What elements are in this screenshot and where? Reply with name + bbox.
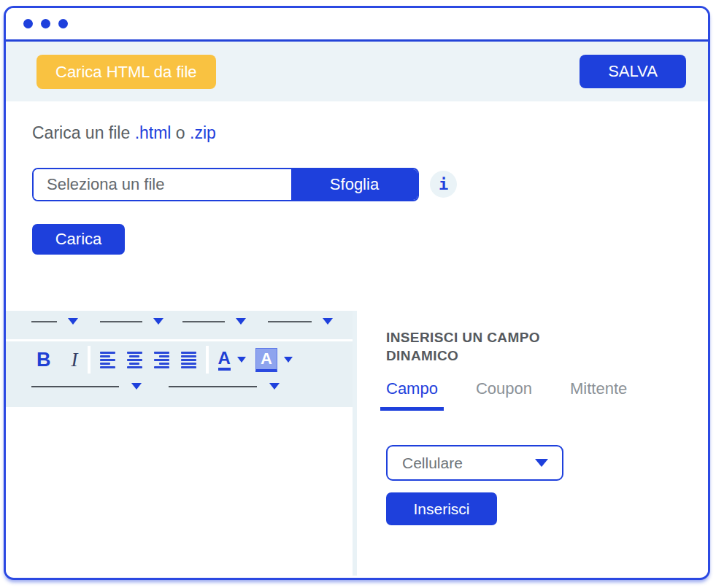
upload-title-prefix: Carica un file — [32, 123, 135, 142]
placeholder-line — [182, 321, 225, 322]
placeholder-line — [268, 321, 312, 322]
placeholder-line — [31, 386, 119, 387]
toolbar-separator — [206, 346, 209, 374]
file-input[interactable] — [34, 169, 291, 200]
toolbar-divider — [6, 339, 353, 341]
alignment-buttons — [100, 352, 196, 368]
info-icon[interactable]: i — [430, 171, 457, 198]
chevron-down-icon — [236, 318, 246, 325]
chevron-down-icon — [269, 383, 280, 390]
placeholder-line — [169, 386, 257, 387]
tab-mittente[interactable]: Mittente — [564, 379, 633, 411]
window-dot-icon[interactable] — [41, 19, 50, 28]
upload-button[interactable]: Carica — [32, 224, 125, 255]
toolbar-dropdown-placeholder[interactable] — [169, 383, 280, 390]
zip-extension-text: .zip — [190, 123, 216, 142]
window-titlebar — [6, 8, 708, 42]
highlight-color-icon: A — [255, 348, 277, 372]
align-justify-icon[interactable] — [181, 352, 196, 368]
file-picker: Sfoglia — [32, 168, 419, 201]
chevron-down-icon — [284, 357, 293, 363]
align-left-icon[interactable] — [100, 352, 115, 368]
tab-coupon[interactable]: Coupon — [470, 379, 538, 411]
save-button[interactable]: SALVA — [580, 55, 686, 88]
highlight-color-button[interactable]: A — [255, 348, 293, 372]
toolbar-row-formatting: B I — [36, 346, 293, 374]
toolbar-separator — [88, 346, 91, 374]
browse-button[interactable]: Sfoglia — [291, 169, 417, 200]
html-extension-text: .html — [135, 123, 172, 142]
placeholder-line — [31, 321, 57, 322]
field-select-value: Cellulare — [402, 454, 463, 472]
editor-toolbar: B I — [6, 311, 353, 407]
upload-title: Carica un file .html o .zip — [32, 123, 216, 143]
font-color-icon: A — [218, 349, 231, 371]
font-color-button[interactable]: A — [218, 349, 246, 371]
workspace: B I — [6, 311, 708, 576]
chevron-down-icon — [153, 318, 163, 325]
upload-section: Carica un file .html o .zip Sfoglia i Ca… — [6, 101, 708, 311]
bold-button[interactable]: B — [36, 349, 51, 371]
upload-html-button[interactable]: Carica HTML da file — [36, 55, 216, 89]
dynamic-field-panel: INSERISCI UN CAMPO DINAMICO Campo Coupon… — [357, 311, 708, 576]
chevron-down-icon — [68, 318, 78, 325]
window-dot-icon[interactable] — [58, 19, 68, 28]
panel-tabs: Campo Coupon Mittente — [380, 379, 708, 411]
toolbar-dropdown-placeholder[interactable] — [31, 383, 142, 390]
italic-button[interactable]: I — [72, 349, 78, 371]
toolbar-row-bottom — [31, 383, 280, 390]
header-bar: Carica HTML da file SALVA — [6, 42, 708, 101]
tab-campo[interactable]: Campo — [380, 379, 444, 411]
chevron-down-icon — [237, 357, 246, 363]
toolbar-dropdown-placeholder[interactable] — [100, 318, 163, 325]
editor-column: B I — [6, 311, 353, 576]
panel-title: INSERISCI UN CAMPO DINAMICO — [386, 328, 587, 365]
align-right-icon[interactable] — [154, 352, 169, 368]
field-select[interactable]: Cellulare — [386, 445, 563, 481]
app-window: Carica HTML da file SALVA Carica un file… — [4, 6, 710, 580]
window-dot-icon[interactable] — [23, 19, 33, 28]
page: Carica HTML da file SALVA Carica un file… — [0, 0, 716, 588]
chevron-down-icon — [131, 383, 142, 390]
align-center-icon[interactable] — [127, 352, 142, 368]
placeholder-line — [100, 321, 142, 322]
toolbar-dropdown-placeholder[interactable] — [182, 318, 246, 325]
toolbar-dropdown-placeholder[interactable] — [31, 318, 78, 325]
toolbar-dropdown-placeholder[interactable] — [268, 318, 333, 325]
upload-title-middle: o — [171, 123, 190, 142]
chevron-down-icon — [323, 318, 333, 325]
insert-button[interactable]: Inserisci — [386, 492, 497, 525]
chevron-down-icon — [535, 459, 548, 467]
